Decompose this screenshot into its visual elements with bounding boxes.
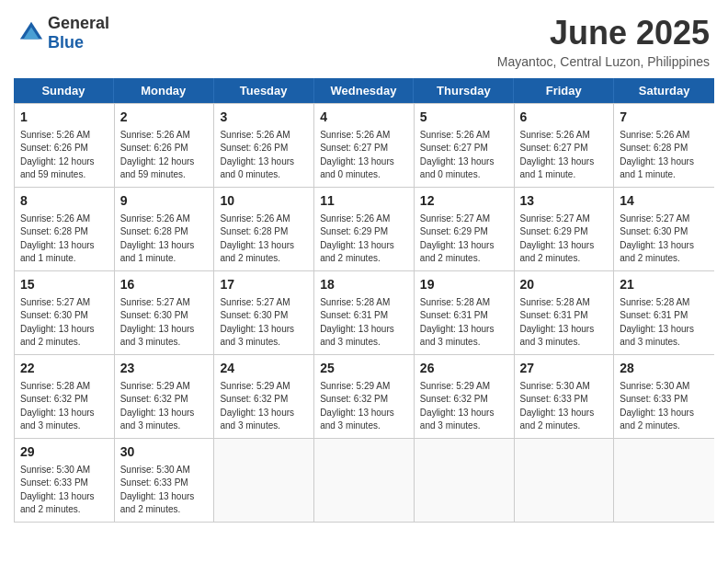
day-info: Sunrise: 5:26 AM Sunset: 6:26 PM Dayligh… <box>220 129 308 182</box>
day-info: Sunrise: 5:27 AM Sunset: 6:30 PM Dayligh… <box>620 213 709 266</box>
day-number: 9 <box>120 192 209 211</box>
day-number: 2 <box>120 109 209 127</box>
day-number: 3 <box>220 109 308 127</box>
logo: General Blue <box>18 14 109 52</box>
calendar-day-cell: 3Sunrise: 5:26 AM Sunset: 6:26 PM Daylig… <box>214 104 314 187</box>
logo-blue-text: Blue <box>48 33 84 52</box>
day-info: Sunrise: 5:30 AM Sunset: 6:33 PM Dayligh… <box>120 464 209 517</box>
calendar-day-cell: 26Sunrise: 5:29 AM Sunset: 6:32 PM Dayli… <box>415 355 515 438</box>
calendar-day-cell: 5Sunrise: 5:26 AM Sunset: 6:27 PM Daylig… <box>415 104 515 187</box>
day-number: 28 <box>620 360 709 378</box>
calendar-header-cell: Wednesday <box>314 78 415 103</box>
calendar-day-cell: 17Sunrise: 5:27 AM Sunset: 6:30 PM Dayli… <box>214 271 314 354</box>
location: Mayantoc, Central Luzon, Philippines <box>497 54 710 69</box>
day-number: 26 <box>420 360 508 378</box>
calendar-day-cell <box>614 439 714 522</box>
day-number: 21 <box>620 276 709 294</box>
day-number: 11 <box>320 192 408 211</box>
calendar-day-cell: 30Sunrise: 5:30 AM Sunset: 6:33 PM Dayli… <box>115 439 215 522</box>
calendar-header-cell: Sunday <box>14 78 114 103</box>
day-number: 29 <box>20 443 108 462</box>
day-info: Sunrise: 5:26 AM Sunset: 6:26 PM Dayligh… <box>120 129 209 182</box>
day-info: Sunrise: 5:26 AM Sunset: 6:26 PM Dayligh… <box>20 129 108 182</box>
header: General Blue June 2025 Mayantoc, Central… <box>0 0 728 78</box>
title-block: June 2025 Mayantoc, Central Luzon, Phili… <box>497 14 710 69</box>
calendar-day-cell <box>314 439 415 522</box>
calendar-week: 8Sunrise: 5:26 AM Sunset: 6:28 PM Daylig… <box>15 187 714 270</box>
calendar-week: 15Sunrise: 5:27 AM Sunset: 6:30 PM Dayli… <box>15 270 714 354</box>
calendar-header-cell: Monday <box>114 78 214 103</box>
logo-general-text: General <box>48 14 109 32</box>
day-info: Sunrise: 5:27 AM Sunset: 6:30 PM Dayligh… <box>20 296 108 350</box>
day-info: Sunrise: 5:30 AM Sunset: 6:33 PM Dayligh… <box>20 464 108 517</box>
calendar-day-cell: 11Sunrise: 5:26 AM Sunset: 6:29 PM Dayli… <box>314 188 415 270</box>
day-info: Sunrise: 5:27 AM Sunset: 6:29 PM Dayligh… <box>420 213 508 266</box>
calendar-week: 29Sunrise: 5:30 AM Sunset: 6:33 PM Dayli… <box>15 438 714 522</box>
calendar-header-cell: Friday <box>514 78 614 103</box>
day-info: Sunrise: 5:27 AM Sunset: 6:30 PM Dayligh… <box>220 296 308 350</box>
calendar-day-cell: 22Sunrise: 5:28 AM Sunset: 6:32 PM Dayli… <box>15 355 115 438</box>
calendar-day-cell <box>214 439 314 522</box>
day-info: Sunrise: 5:26 AM Sunset: 6:28 PM Dayligh… <box>120 213 209 266</box>
calendar-header-cell: Saturday <box>614 78 714 103</box>
day-number: 12 <box>420 192 508 211</box>
day-info: Sunrise: 5:28 AM Sunset: 6:32 PM Dayligh… <box>20 380 108 433</box>
day-number: 5 <box>420 109 508 127</box>
calendar-day-cell: 18Sunrise: 5:28 AM Sunset: 6:31 PM Dayli… <box>314 271 415 354</box>
day-number: 27 <box>520 360 609 378</box>
calendar-day-cell: 25Sunrise: 5:29 AM Sunset: 6:32 PM Dayli… <box>314 355 415 438</box>
day-number: 14 <box>620 192 709 211</box>
day-number: 16 <box>120 276 209 294</box>
calendar-day-cell: 29Sunrise: 5:30 AM Sunset: 6:33 PM Dayli… <box>15 439 115 522</box>
calendar-day-cell: 28Sunrise: 5:30 AM Sunset: 6:33 PM Dayli… <box>614 355 714 438</box>
day-info: Sunrise: 5:26 AM Sunset: 6:27 PM Dayligh… <box>520 129 609 182</box>
day-number: 30 <box>120 443 209 462</box>
day-number: 15 <box>20 276 108 294</box>
day-number: 22 <box>20 360 108 378</box>
calendar-day-cell: 24Sunrise: 5:29 AM Sunset: 6:32 PM Dayli… <box>214 355 314 438</box>
calendar-header-cell: Thursday <box>414 78 514 103</box>
calendar-day-cell <box>415 439 515 522</box>
calendar-day-cell: 6Sunrise: 5:26 AM Sunset: 6:27 PM Daylig… <box>515 104 615 187</box>
calendar-day-cell: 8Sunrise: 5:26 AM Sunset: 6:28 PM Daylig… <box>15 188 115 270</box>
day-info: Sunrise: 5:29 AM Sunset: 6:32 PM Dayligh… <box>320 380 408 433</box>
day-number: 17 <box>220 276 308 294</box>
day-number: 18 <box>320 276 408 294</box>
calendar-day-cell: 23Sunrise: 5:29 AM Sunset: 6:32 PM Dayli… <box>115 355 215 438</box>
day-info: Sunrise: 5:26 AM Sunset: 6:29 PM Dayligh… <box>320 213 408 266</box>
day-info: Sunrise: 5:27 AM Sunset: 6:29 PM Dayligh… <box>520 213 609 266</box>
day-info: Sunrise: 5:28 AM Sunset: 6:31 PM Dayligh… <box>520 296 609 350</box>
calendar-day-cell <box>515 439 615 522</box>
day-number: 7 <box>620 109 709 127</box>
calendar-header-cell: Tuesday <box>214 78 314 103</box>
day-info: Sunrise: 5:26 AM Sunset: 6:28 PM Dayligh… <box>620 129 709 182</box>
calendar-day-cell: 20Sunrise: 5:28 AM Sunset: 6:31 PM Dayli… <box>515 271 615 354</box>
day-info: Sunrise: 5:30 AM Sunset: 6:33 PM Dayligh… <box>620 380 709 433</box>
day-number: 6 <box>520 109 609 127</box>
calendar-day-cell: 4Sunrise: 5:26 AM Sunset: 6:27 PM Daylig… <box>314 104 415 187</box>
day-info: Sunrise: 5:29 AM Sunset: 6:32 PM Dayligh… <box>420 380 508 433</box>
month-title: June 2025 <box>497 14 710 52</box>
calendar-day-cell: 27Sunrise: 5:30 AM Sunset: 6:33 PM Dayli… <box>515 355 615 438</box>
day-info: Sunrise: 5:26 AM Sunset: 6:28 PM Dayligh… <box>220 213 308 266</box>
calendar: SundayMondayTuesdayWednesdayThursdayFrid… <box>14 78 714 523</box>
calendar-header: SundayMondayTuesdayWednesdayThursdayFrid… <box>14 78 714 103</box>
day-info: Sunrise: 5:30 AM Sunset: 6:33 PM Dayligh… <box>520 380 609 433</box>
calendar-body: 1Sunrise: 5:26 AM Sunset: 6:26 PM Daylig… <box>14 103 714 523</box>
page-container: General Blue June 2025 Mayantoc, Central… <box>0 0 728 523</box>
calendar-day-cell: 16Sunrise: 5:27 AM Sunset: 6:30 PM Dayli… <box>115 271 215 354</box>
day-number: 25 <box>320 360 408 378</box>
calendar-day-cell: 13Sunrise: 5:27 AM Sunset: 6:29 PM Dayli… <box>515 188 615 270</box>
calendar-day-cell: 7Sunrise: 5:26 AM Sunset: 6:28 PM Daylig… <box>614 104 714 187</box>
day-info: Sunrise: 5:28 AM Sunset: 6:31 PM Dayligh… <box>620 296 709 350</box>
calendar-week: 22Sunrise: 5:28 AM Sunset: 6:32 PM Dayli… <box>15 354 714 438</box>
day-info: Sunrise: 5:27 AM Sunset: 6:30 PM Dayligh… <box>120 296 209 350</box>
calendar-day-cell: 1Sunrise: 5:26 AM Sunset: 6:26 PM Daylig… <box>15 104 115 187</box>
calendar-day-cell: 9Sunrise: 5:26 AM Sunset: 6:28 PM Daylig… <box>115 188 215 270</box>
day-number: 20 <box>520 276 609 294</box>
calendar-week: 1Sunrise: 5:26 AM Sunset: 6:26 PM Daylig… <box>15 103 714 187</box>
day-number: 23 <box>120 360 209 378</box>
day-info: Sunrise: 5:26 AM Sunset: 6:27 PM Dayligh… <box>320 129 408 182</box>
calendar-day-cell: 15Sunrise: 5:27 AM Sunset: 6:30 PM Dayli… <box>15 271 115 354</box>
calendar-day-cell: 21Sunrise: 5:28 AM Sunset: 6:31 PM Dayli… <box>614 271 714 354</box>
